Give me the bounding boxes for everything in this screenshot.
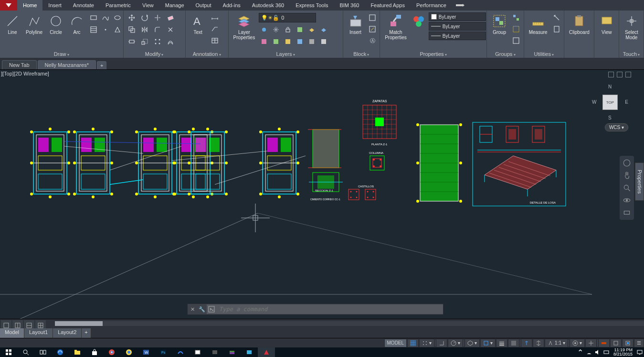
panel-block-title[interactable]: Block [346,50,377,58]
tray-network-icon[interactable] [585,347,593,357]
current-layer-dropdown[interactable]: 💡 ☀ 🔓 0 [259,13,316,22]
panel-utilities-title[interactable]: Utilities [527,50,561,58]
ribbon-tab-performance[interactable]: Performance [411,0,452,11]
clipboard-button[interactable]: Clipboard [567,12,591,36]
group-bbox[interactable] [511,35,521,46]
layer-tool2[interactable] [271,36,281,47]
ribbon-tab-featured[interactable]: Featured Apps [365,0,411,11]
layout-tab-model[interactable]: Model [0,328,24,338]
select-mode-button[interactable]: Select Mode [622,12,641,41]
status-ws[interactable]: ▾ [570,339,585,347]
status-annoscale[interactable]: 1:1▾ [545,339,568,347]
cmd-customize-icon[interactable]: 🔧 [197,304,207,314]
ribbon-tab-a360[interactable]: Autodesk 360 [246,0,290,11]
ribbon-tab-bim360[interactable]: BIM 360 [334,0,365,11]
autocad-taskbar-icon[interactable] [258,347,275,357]
chrome-icon[interactable] [103,347,120,357]
explorer-icon[interactable] [69,347,86,357]
file-tab-add[interactable]: + [97,61,106,69]
drawing-area[interactable]: ][Top][2D Wireframe] N E S W TOP WCS ▾ [0,70,635,328]
panel-draw-title[interactable]: Draw [3,50,120,58]
action-center-icon[interactable] [635,347,644,357]
layout-tab-1[interactable]: Layout1 [24,328,53,338]
tool-stretch[interactable] [127,36,137,47]
edge-icon[interactable] [52,347,69,357]
group-edit[interactable] [511,24,521,34]
status-annomonitor[interactable] [585,339,597,347]
linetype-dropdown[interactable]: ByLayer [429,32,486,40]
tool-arc[interactable]: Arc [67,12,86,36]
taskbar-clock[interactable]: 11:19 PM 8/21/2015 [611,348,635,357]
tool-hatch[interactable] [88,24,99,35]
search-button[interactable] [17,347,34,357]
status-units[interactable] [598,339,610,347]
ribbon-tab-addins[interactable]: Add-ins [217,0,246,11]
ribbon-tab-manage[interactable]: Manage [159,0,190,11]
tool-fillet[interactable] [152,24,163,35]
tool-text[interactable]: A Text [189,12,208,36]
tool-dimension[interactable] [210,12,220,23]
tool-array[interactable] [152,36,163,47]
panel-properties-title[interactable]: Properties [383,50,484,58]
layer-tool5[interactable] [306,36,317,47]
task-view-button[interactable] [34,347,52,357]
chrome-canary-icon[interactable] [120,347,137,357]
ribbon-tab-parametric[interactable]: Parametric [100,0,137,11]
panel-touch-title[interactable]: Touch [622,50,641,58]
tool-point[interactable] [100,24,111,35]
ribbon-options-dropdown[interactable] [452,0,468,11]
tool-erase[interactable] [165,12,176,23]
tool-trim[interactable] [152,12,163,23]
ribbon-tab-express[interactable]: Express Tools [290,0,334,11]
panel-annotation-title[interactable]: Annotation [189,50,225,58]
tool-spline[interactable] [100,12,111,23]
status-osnap[interactable]: ▾ [480,339,496,347]
panel-modify-title[interactable]: Modify [127,50,182,58]
ribbon-tab-home[interactable]: Home [17,0,42,11]
tool-group[interactable]: Group [490,12,509,36]
edit-attr[interactable]: Ⓐ [367,35,378,46]
tool-copy[interactable] [127,24,137,35]
tool-rotate[interactable] [139,12,150,23]
command-input[interactable] [216,304,443,314]
tool-circle[interactable]: Circle [46,12,65,36]
winrar-icon[interactable] [223,347,241,357]
quick-calc[interactable] [551,24,562,34]
tool-explode[interactable] [165,24,176,35]
status-snap[interactable]: ▾ [419,339,434,347]
view-button[interactable]: View [597,12,616,36]
ribbon-tab-insert[interactable]: Insert [42,0,67,11]
tool-line[interactable]: Line [3,12,22,36]
layout-tab-2[interactable]: Layout2 [53,328,82,338]
tool-ellipse[interactable] [112,12,123,23]
app-icon-2[interactable] [189,347,206,357]
app-icon-1[interactable] [172,347,189,357]
layer-tool3[interactable] [283,36,293,47]
status-transparency[interactable] [508,339,519,347]
status-grid[interactable] [407,339,419,347]
app-icon-4[interactable] [241,347,258,357]
status-qp2[interactable] [610,339,622,347]
photoshop-icon[interactable]: Ps [155,347,172,357]
status-lwt[interactable] [496,339,507,347]
app-menu-button[interactable] [0,0,17,11]
layer-tool1[interactable] [259,36,269,47]
tool-table[interactable] [210,35,220,46]
tool-mirror[interactable] [139,24,150,35]
start-button[interactable] [0,347,17,357]
tool-measure[interactable]: Measure [527,12,549,36]
store-icon[interactable] [86,347,103,357]
status-customize[interactable]: ☰ [634,339,644,347]
cmd-close-icon[interactable]: ✕ [188,304,197,314]
layer-iso[interactable] [306,24,317,35]
tray-volume-icon[interactable] [593,347,602,357]
status-isodraft[interactable]: ▾ [465,339,480,347]
panel-groups-title[interactable]: Groups [490,50,521,58]
horizontal-scrollbar[interactable] [55,321,644,326]
word-icon[interactable]: W [137,347,155,357]
tool-polyline[interactable]: Polyline [24,12,44,36]
edit-block[interactable] [367,24,378,34]
color-dropdown[interactable]: ByLayer [429,12,486,21]
tray-expand-icon[interactable]: ⌃ [576,347,585,357]
layout-tab-add[interactable]: + [82,328,91,338]
